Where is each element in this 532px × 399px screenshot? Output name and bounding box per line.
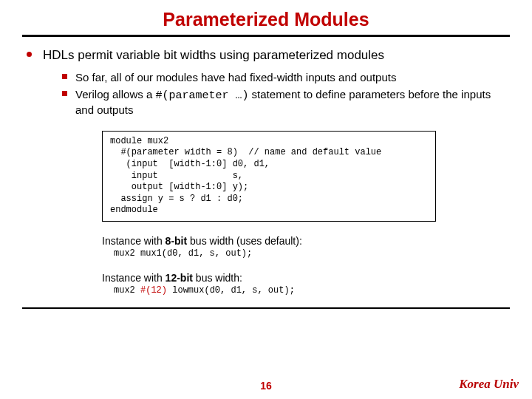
instance-2-code-a: mux2 — [114, 285, 140, 296]
square-bullet-icon — [62, 74, 67, 79]
page-number: 16 — [0, 380, 532, 392]
instance-1-label-c: bus width (uses default): — [187, 235, 302, 247]
sub-bullet-2-text-a: Verilog allows a — [75, 88, 155, 100]
main-bullet: HDLs permit variable bit widths using pa… — [22, 47, 510, 63]
university-logo-text: Korea Univ — [459, 377, 519, 392]
bullet-dot-icon — [27, 52, 32, 57]
instance-2-label: Instance with 12-bit bus width: — [102, 272, 510, 284]
instance-1-code: mux2 mux1(d0, d1, s, out); — [114, 248, 510, 259]
instance-1-label-b: 8-bit — [166, 235, 188, 247]
instance-2-label-a: Instance with — [102, 272, 166, 284]
instance-1-label-a: Instance with — [102, 235, 166, 247]
sub-bullet-2-code: #(parameter …) — [155, 89, 248, 102]
code-block: module mux2 #(parameter width = 8) // na… — [102, 131, 436, 222]
sub-bullet-1-text: So far, all of our modules have had fixe… — [75, 71, 396, 83]
instance-2-code: mux2 #(12) lowmux(d0, d1, s, out); — [114, 285, 510, 296]
instance-2-label-b: 12-bit — [166, 272, 193, 284]
instance-2-label-c: bus width: — [193, 272, 242, 284]
footer-rule — [22, 307, 510, 309]
instance-2-code-c: lowmux(d0, d1, s, out); — [167, 285, 295, 296]
sub-bullet-1: So far, all of our modules have had fixe… — [62, 70, 510, 85]
main-bullet-text: HDLs permit variable bit widths using pa… — [43, 48, 384, 62]
instance-1-label: Instance with 8-bit bus width (uses defa… — [102, 235, 510, 247]
footer: 16 — [0, 380, 532, 392]
sub-bullet-list: So far, all of our modules have had fixe… — [22, 70, 510, 117]
square-bullet-icon — [62, 91, 67, 96]
title-rule — [22, 35, 510, 37]
slide-title: Parameterized Modules — [22, 9, 510, 30]
instance-2-code-b: #(12) — [140, 285, 167, 296]
sub-bullet-2: Verilog allows a #(parameter …) statemen… — [62, 87, 510, 117]
